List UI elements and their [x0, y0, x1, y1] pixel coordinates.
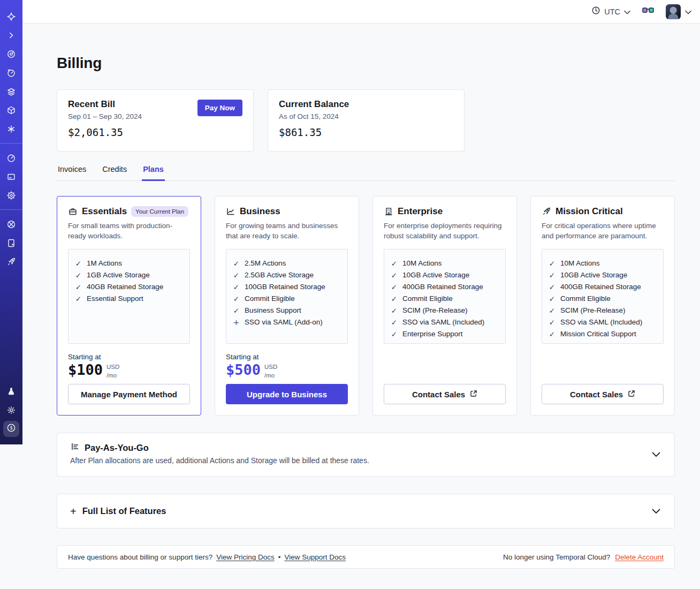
sidebar: $ [0, 0, 22, 444]
feature-label: SCIM (Pre-Release) [402, 305, 468, 316]
feature-row: ✓400GB Retained Storage [549, 281, 657, 293]
feature-label: 1GB Active Storage [87, 269, 150, 281]
plan-header: Business [226, 206, 348, 217]
tab-invoices[interactable]: Invoices [57, 165, 87, 181]
feedback-glasses-button[interactable] [642, 6, 654, 17]
sidebar-item-support[interactable] [0, 215, 22, 233]
page-title: Billing [57, 55, 675, 72]
separator-dot: • [278, 553, 281, 561]
full-features-accordion[interactable]: + Full List of Features [57, 494, 675, 528]
chart-line-icon [226, 207, 235, 216]
billing-card-icon [6, 172, 16, 182]
gauge-icon [6, 153, 16, 163]
current-balance-amount: $861.35 [279, 126, 453, 138]
tab-credits[interactable]: Credits [101, 165, 128, 181]
timezone-selector[interactable]: UTC [591, 6, 630, 17]
sidebar-item-namespaces[interactable] [0, 44, 22, 63]
feature-label: Business Support [245, 305, 301, 316]
contact-sales-button[interactable]: Contact Sales [384, 384, 506, 404]
sidebar-item-home[interactable] [0, 7, 22, 26]
feature-row: ✓100GB Retained Storage [233, 281, 341, 293]
contact-sales-button[interactable]: Contact Sales [542, 384, 664, 404]
plan-card-mission-critical: Mission Critical For critical operations… [530, 196, 675, 416]
sidebar-item-theme-toggle[interactable] [0, 401, 22, 419]
sidebar-item-stack[interactable] [0, 82, 22, 101]
plan-card-essentials: Essentials Your Current Plan For small t… [57, 196, 201, 416]
price-amount: $100 [68, 362, 103, 378]
feature-label: SSO via SAML (Add-on) [245, 316, 323, 328]
view-support-docs-link[interactable]: View Support Docs [284, 553, 346, 561]
feature-label: 400GB Retained Storage [560, 281, 641, 293]
plan-name: Mission Critical [556, 206, 623, 217]
sidebar-divider [0, 209, 22, 210]
delete-account-link[interactable]: Delete Account [615, 553, 664, 561]
feature-row: ✓40GB Retained Storage [75, 281, 183, 293]
check-icon: ✓ [391, 305, 398, 316]
starting-at-label: Starting at [68, 353, 190, 361]
glasses-icon [642, 6, 654, 17]
feature-label: SSO via SAML (Included) [402, 316, 484, 328]
feature-label: SCIM (Pre-Release) [560, 305, 626, 316]
plan-name: Enterprise [398, 206, 443, 217]
plan-feature-box: ✓2.5M Actions ✓2.5GB Active Storage ✓100… [226, 249, 348, 344]
pay-now-button[interactable]: Pay Now [197, 100, 242, 116]
feature-row: ✓10M Actions [549, 258, 657, 269]
user-avatar [666, 4, 681, 19]
check-icon: ✓ [233, 269, 240, 281]
price-currency: USD [106, 363, 119, 372]
plan-description: For growing teams and businesses that ar… [226, 221, 348, 241]
feature-row: ✓Mission Critical Support [549, 328, 657, 340]
feature-label: 2.5GB Active Storage [245, 269, 314, 281]
feature-label: SSO via SAML (Included) [560, 316, 642, 328]
plan-price: Starting at $500 USD/mo [226, 353, 348, 383]
book-icon [6, 238, 16, 248]
plan-name: Essentials [82, 206, 127, 217]
external-link-icon [628, 390, 635, 399]
feature-label: Commit Eligible [245, 293, 295, 305]
sidebar-item-settings[interactable] [0, 186, 22, 205]
sidebar-expand-button[interactable] [0, 26, 22, 44]
chevron-down-icon[interactable] [652, 452, 660, 457]
price-currency: USD [264, 363, 277, 372]
rocket-icon [542, 207, 551, 216]
svg-text:$: $ [10, 425, 12, 431]
feature-row: ✓10GB Active Storage [549, 269, 657, 281]
button-label: Contact Sales [412, 390, 465, 399]
feature-row: +SSO via SAML (Add-on) [233, 316, 341, 328]
feature-row: ✓Enterprise Support [391, 328, 499, 340]
sidebar-item-deployments[interactable] [0, 101, 22, 119]
sidebar-item-schedules[interactable] [0, 63, 22, 82]
feature-label: 100GB Retained Storage [245, 281, 325, 293]
plan-price: Starting at $100 USD/mo [68, 353, 190, 383]
price-amount: $500 [226, 362, 261, 378]
plan-description: For critical operations where uptime and… [542, 221, 664, 241]
feature-label: 1M Actions [87, 258, 122, 269]
feature-row: ✓SCIM (Pre-Release) [391, 305, 499, 316]
sidebar-item-docs[interactable] [0, 233, 22, 252]
pay-as-you-go-accordion[interactable]: Pay-As-You-Go After Plan allocations are… [57, 433, 675, 477]
feature-label: Commit Eligible [402, 293, 453, 305]
manage-payment-button[interactable]: Manage Payment Method [68, 384, 190, 404]
feature-label: 10GB Active Storage [560, 269, 627, 281]
view-pricing-docs-link[interactable]: View Pricing Docs [216, 553, 275, 561]
feature-row: ✓1GB Active Storage [75, 269, 183, 281]
check-icon: ✓ [549, 316, 556, 328]
tab-plans[interactable]: Plans [142, 165, 165, 181]
sidebar-item-billing-active[interactable]: $ [3, 421, 19, 437]
feature-label: Commit Eligible [560, 293, 611, 305]
sidebar-item-getting-started[interactable] [0, 252, 22, 271]
feature-row: ✓Commit Eligible [391, 293, 499, 305]
external-link-icon [470, 390, 477, 399]
price-period: /mo [264, 372, 277, 380]
asterisk-icon [6, 124, 16, 134]
sidebar-item-billing[interactable] [0, 167, 22, 186]
user-menu[interactable] [666, 4, 691, 19]
chevron-down-icon[interactable] [652, 509, 660, 514]
rates-chart-icon [70, 442, 80, 454]
sidebar-item-usage[interactable] [0, 148, 22, 167]
sun-icon [6, 405, 16, 415]
button-label: Contact Sales [570, 390, 623, 399]
sidebar-item-labs[interactable] [0, 382, 22, 401]
upgrade-business-button[interactable]: Upgrade to Business [226, 384, 348, 404]
sidebar-item-nexus[interactable] [0, 119, 22, 138]
